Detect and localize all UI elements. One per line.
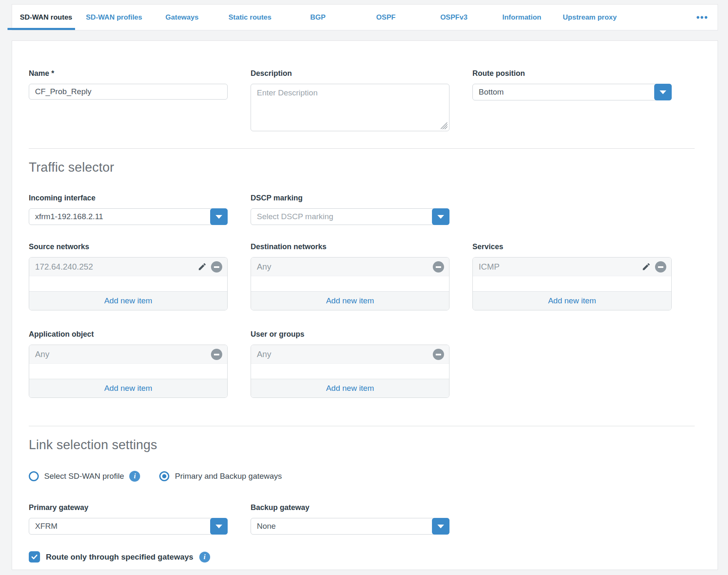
section-divider: [29, 148, 695, 149]
add-new-item-button[interactable]: Add new item: [473, 291, 671, 310]
backup-gateway-group: Backup gateway None: [251, 503, 449, 535]
primary-gateway-select[interactable]: XFRM: [29, 518, 228, 535]
tab-bgp[interactable]: BGP: [284, 5, 352, 30]
services-list: ICMP Add new item: [472, 257, 672, 310]
route-position-select[interactable]: Bottom: [472, 84, 672, 100]
incoming-interface-label: Incoming interface: [29, 194, 228, 202]
radio-select-sdwan-profile[interactable]: Select SD-WAN profile i: [29, 471, 140, 482]
remove-icon[interactable]: [433, 349, 444, 360]
source-networks-group: Source networks 172.64.240.252 Add new i…: [29, 242, 228, 310]
remove-icon[interactable]: [211, 349, 222, 360]
application-object-group: Application object Any Add new item: [29, 330, 228, 398]
remove-icon[interactable]: [655, 261, 666, 272]
destination-networks-list: Any Add new item: [251, 257, 449, 310]
add-new-item-button[interactable]: Add new item: [29, 379, 227, 398]
tab-static-routes[interactable]: Static routes: [216, 5, 284, 30]
description-textarea[interactable]: [251, 84, 449, 131]
primary-gateway-group: Primary gateway XFRM: [29, 503, 228, 535]
destination-networks-group: Destination networks Any Add new item: [251, 242, 449, 310]
list-item: 172.64.240.252: [29, 258, 227, 276]
dscp-marking-select[interactable]: Select DSCP marking: [251, 208, 449, 225]
edit-icon[interactable]: [198, 262, 207, 271]
list-item: Any: [251, 345, 449, 364]
description-field-group: Description: [251, 69, 449, 131]
source-networks-label: Source networks: [29, 242, 228, 251]
link-selection-title: Link selection settings: [29, 438, 695, 452]
tab-gateways[interactable]: Gateways: [148, 5, 216, 30]
dscp-marking-group: DSCP marking Select DSCP marking: [251, 194, 449, 225]
services-label: Services: [472, 242, 672, 251]
incoming-interface-select[interactable]: xfrm1-192.168.2.11: [29, 208, 228, 225]
remove-icon[interactable]: [433, 261, 444, 272]
radio-unchecked-icon[interactable]: [29, 471, 39, 481]
tab-upstream-proxy[interactable]: Upstream proxy: [556, 5, 624, 30]
tab-sdwan-routes[interactable]: SD-WAN routes: [12, 5, 80, 30]
more-tabs-icon[interactable]: •••: [687, 5, 718, 30]
info-icon[interactable]: i: [129, 471, 140, 482]
section-divider: [29, 426, 695, 426]
name-label: Name *: [29, 69, 228, 78]
user-or-groups-label: User or groups: [251, 330, 449, 339]
sdwan-route-form: Name * Description Route position Bottom…: [12, 40, 718, 570]
tab-sdwan-profiles[interactable]: SD-WAN profiles: [80, 5, 148, 30]
add-new-item-button[interactable]: Add new item: [251, 291, 449, 310]
tab-bar: SD-WAN routes SD-WAN profiles Gateways S…: [12, 4, 718, 30]
application-object-list: Any Add new item: [29, 345, 228, 398]
user-or-groups-list: Any Add new item: [251, 345, 449, 398]
add-new-item-button[interactable]: Add new item: [29, 291, 227, 310]
chevron-down-icon[interactable]: [432, 518, 449, 535]
chevron-down-icon[interactable]: [210, 208, 228, 225]
chevron-down-icon[interactable]: [210, 518, 228, 535]
user-or-groups-group: User or groups Any Add new item: [251, 330, 449, 398]
chevron-down-icon[interactable]: [432, 208, 449, 225]
backup-gateway-select[interactable]: None: [251, 518, 449, 535]
route-only-checkbox[interactable]: [29, 551, 40, 562]
application-object-label: Application object: [29, 330, 228, 339]
dscp-marking-label: DSCP marking: [251, 194, 449, 202]
primary-gateway-label: Primary gateway: [29, 503, 228, 512]
tab-ospf[interactable]: OSPF: [352, 5, 420, 30]
services-group: Services ICMP Add new item: [472, 242, 672, 310]
backup-gateway-label: Backup gateway: [251, 503, 449, 512]
list-item: ICMP: [473, 258, 671, 276]
name-input[interactable]: [29, 84, 228, 100]
add-new-item-button[interactable]: Add new item: [251, 379, 449, 398]
tab-ospfv3[interactable]: OSPFv3: [420, 5, 488, 30]
route-only-checkbox-label: Route only through specified gateways: [46, 552, 193, 562]
source-networks-list: 172.64.240.252 Add new item: [29, 257, 228, 310]
route-position-label: Route position: [472, 69, 672, 78]
incoming-interface-group: Incoming interface xfrm1-192.168.2.11: [29, 194, 228, 225]
radio-primary-backup-gateways[interactable]: Primary and Backup gateways: [159, 471, 282, 481]
resize-grip-icon[interactable]: [441, 122, 447, 129]
destination-networks-label: Destination networks: [251, 242, 449, 251]
radio-checked-icon[interactable]: [159, 471, 169, 481]
chevron-down-icon[interactable]: [654, 84, 672, 100]
tab-information[interactable]: Information: [488, 5, 556, 30]
name-field-group: Name *: [29, 69, 228, 100]
remove-icon[interactable]: [211, 261, 222, 272]
description-label: Description: [251, 69, 449, 78]
info-icon[interactable]: i: [199, 552, 210, 562]
edit-icon[interactable]: [642, 262, 651, 271]
list-item: Any: [29, 345, 227, 364]
list-item: Any: [251, 258, 449, 276]
route-position-field-group: Route position Bottom: [472, 69, 672, 100]
traffic-selector-title: Traffic selector: [29, 160, 695, 175]
